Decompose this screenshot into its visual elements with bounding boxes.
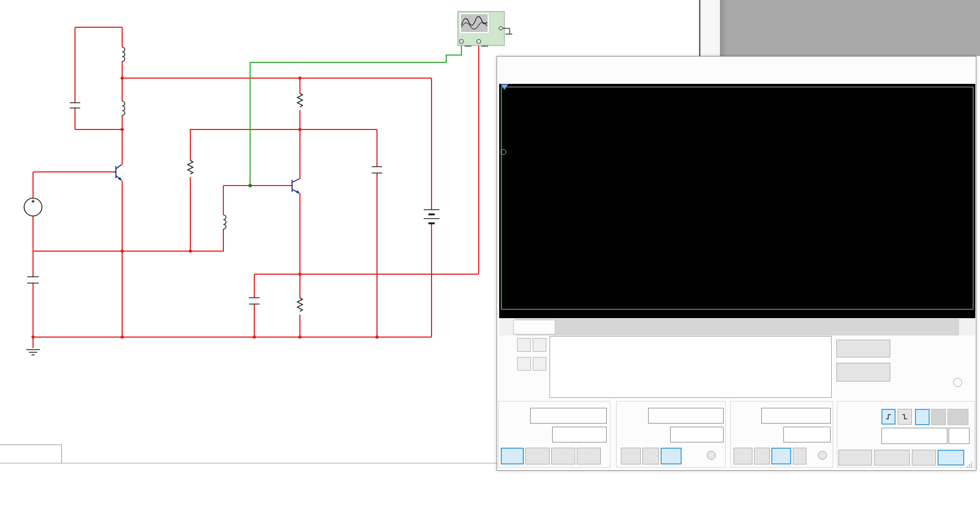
timebase-xpos-input[interactable] — [552, 427, 607, 442]
side-panel-strip — [701, 0, 720, 56]
t1-right-button[interactable] — [533, 338, 546, 352]
channel-b-group — [730, 401, 833, 468]
scope-screen — [499, 84, 975, 318]
trigger-mode-single[interactable] — [838, 450, 872, 465]
trigger-rising-edge-icon[interactable] — [881, 409, 896, 425]
trigger-source-b[interactable] — [931, 409, 946, 425]
reverse-button[interactable] — [836, 340, 890, 358]
t2-right-button[interactable] — [533, 357, 546, 371]
tab-bar-line — [0, 463, 497, 463]
transistor-BG2 — [114, 165, 122, 180]
sheet-tab[interactable] — [0, 445, 62, 463]
channel-b-ypos-input[interactable] — [783, 427, 831, 442]
close-icon[interactable] — [956, 61, 972, 77]
junction-dots — [31, 77, 379, 339]
trigger-level-unit[interactable] — [949, 428, 970, 444]
trigger-falling-edge-icon[interactable] — [898, 409, 912, 425]
resize-grip[interactable] — [966, 461, 973, 469]
circuit-schematic — [0, 0, 524, 472]
ext-trigger-radio[interactable] — [953, 378, 962, 387]
timebase-mode-ab[interactable] — [577, 448, 601, 464]
channel-b-scale-input[interactable] — [761, 408, 831, 424]
oscilloscope-window — [497, 56, 976, 471]
trigger-group — [837, 401, 975, 468]
channel-a-zero[interactable] — [642, 448, 659, 464]
channel-a-radio[interactable] — [707, 451, 716, 460]
trigger-level-input[interactable] — [881, 428, 947, 444]
channel-b-dc[interactable] — [771, 448, 791, 464]
channel-a-ac[interactable] — [621, 448, 641, 464]
timebase-mode-yt[interactable] — [501, 448, 524, 464]
transistor-BG3 — [291, 179, 299, 193]
scrollbar-thumb[interactable] — [513, 320, 555, 334]
timebase-mode-ba[interactable] — [551, 448, 575, 464]
wire-channel-a — [250, 44, 461, 186]
trigger-source-ext[interactable] — [947, 409, 968, 425]
oscilloscope-icon[interactable] — [458, 12, 512, 46]
trigger-mode-auto[interactable] — [912, 450, 936, 465]
trigger-mode-none[interactable] — [938, 450, 964, 465]
background-window-area — [720, 0, 980, 56]
channel-a-dc[interactable] — [661, 448, 682, 464]
trigger-mode-normal[interactable] — [874, 450, 910, 465]
channel-a-ypos-input[interactable] — [670, 427, 724, 442]
scope-hscrollbar[interactable] — [499, 319, 975, 335]
channel-b-ac[interactable] — [734, 448, 752, 464]
junction-dot-green — [249, 184, 252, 187]
channel-b-zero[interactable] — [754, 448, 770, 464]
wire-net6 — [223, 186, 291, 215]
timebase-scale-input[interactable] — [530, 408, 607, 424]
t2-left-button[interactable] — [517, 357, 531, 371]
scroll-right-icon[interactable] — [959, 319, 975, 335]
t1-left-button[interactable] — [517, 338, 531, 352]
timebase-mode-add[interactable] — [525, 448, 550, 464]
trigger-source-a[interactable] — [915, 409, 930, 425]
channel-a-group — [616, 401, 726, 468]
window-title-bar[interactable] — [504, 66, 955, 85]
save-button[interactable] — [836, 363, 890, 382]
channel-a-scale-input[interactable] — [648, 408, 724, 424]
channel-b-invert[interactable] — [793, 448, 806, 464]
timebase-group — [498, 401, 610, 468]
channel-b-radio[interactable] — [818, 451, 827, 460]
readings-table — [550, 336, 832, 398]
wires — [33, 27, 479, 348]
